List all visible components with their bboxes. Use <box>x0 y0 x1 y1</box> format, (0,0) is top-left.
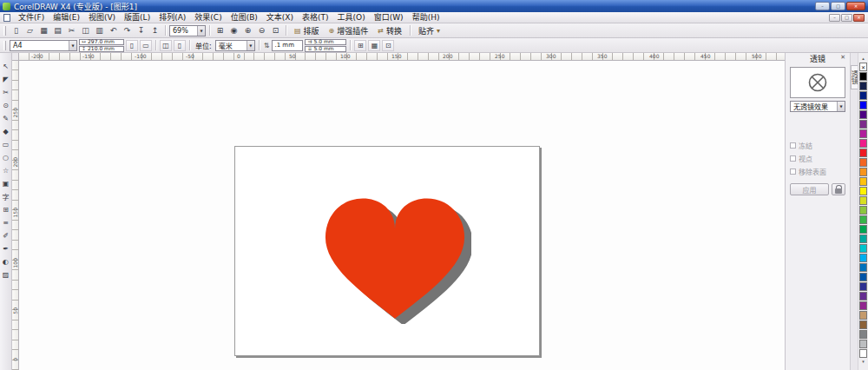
save-button[interactable]: ▦ <box>37 24 50 36</box>
corel-online-button[interactable]: ◉ <box>227 24 240 36</box>
print-button[interactable]: ▤ <box>51 24 64 36</box>
interactive-fill-tool[interactable]: ▨ <box>1 269 11 280</box>
color-swatch[interactable] <box>859 101 867 109</box>
color-swatch[interactable] <box>859 82 867 90</box>
color-swatch[interactable] <box>859 349 867 358</box>
fill-tool[interactable]: ◐ <box>1 256 11 267</box>
document-window-icon[interactable] <box>3 14 10 22</box>
menu-item[interactable]: 排列(A) <box>155 12 190 23</box>
document-close-button[interactable]: ✕ <box>853 14 865 22</box>
interactive-blend-tool[interactable]: ≡ <box>1 217 11 228</box>
toolbar-grip[interactable] <box>3 41 6 50</box>
menu-item[interactable]: 版面(L) <box>120 12 155 23</box>
ruler-origin-corner[interactable] <box>12 53 19 61</box>
heart-shape[interactable] <box>319 194 471 324</box>
color-swatch[interactable] <box>859 292 867 301</box>
color-swatch[interactable] <box>859 273 867 281</box>
import-button[interactable]: ↧ <box>135 24 148 36</box>
toolbar-grip[interactable] <box>3 26 6 36</box>
maximize-button[interactable]: □ <box>831 2 845 10</box>
duplicate-y-field[interactable]: ⇊ 5.0 mm <box>305 46 346 52</box>
all-pages-button[interactable]: ◫ <box>160 40 172 51</box>
menu-item[interactable]: 视图(V) <box>84 12 120 23</box>
crop-tool[interactable]: ✂ <box>1 87 11 97</box>
page[interactable] <box>234 146 540 356</box>
export-button[interactable]: ↥ <box>148 24 161 36</box>
polygon-tool[interactable]: ☆ <box>1 165 11 175</box>
menu-item[interactable]: 效果(C) <box>190 12 226 23</box>
vertical-ruler[interactable]: 250200150100500 <box>12 61 19 370</box>
lens-checkbox[interactable]: 视点 <box>790 153 845 163</box>
plugins-button[interactable]: ⊕ 增强插件 <box>325 24 373 37</box>
color-swatch[interactable] <box>859 215 867 224</box>
color-swatch[interactable] <box>859 254 867 262</box>
document-minimize-button[interactable]: – <box>829 14 840 22</box>
freehand-tool[interactable]: ✎ <box>1 113 11 123</box>
menu-item[interactable]: 文本(X) <box>262 12 298 23</box>
landscape-button[interactable]: ▭ <box>140 40 152 51</box>
zoom-in-button[interactable]: ⊕ <box>241 24 254 36</box>
color-swatch[interactable] <box>859 206 867 215</box>
lock-button[interactable] <box>832 183 845 195</box>
palette-scroll-down-icon[interactable]: ▾ <box>862 358 865 365</box>
color-swatch[interactable] <box>859 158 867 167</box>
units-combo[interactable]: 毫米 ▼ <box>215 40 255 51</box>
minimize-button[interactable]: – <box>815 2 830 10</box>
snap-to-guides-button[interactable]: ▦ <box>368 40 380 51</box>
color-swatch[interactable] <box>859 168 867 176</box>
color-swatch[interactable] <box>859 63 867 71</box>
copy-button[interactable]: ◫ <box>79 24 92 36</box>
duplicate-x-field[interactable]: ⇉ 5.0 mm <box>305 39 346 45</box>
color-swatch[interactable] <box>859 149 867 157</box>
color-swatch[interactable] <box>859 263 867 272</box>
convert-button[interactable]: ⇄ 转换 <box>373 24 406 37</box>
paper-width-field[interactable]: ↔ 297.0 mm <box>79 39 124 45</box>
layout-button[interactable]: ▤ 排版 <box>290 24 324 37</box>
menu-item[interactable]: 表格(T) <box>298 12 333 23</box>
color-swatch[interactable] <box>859 129 867 138</box>
color-swatch[interactable] <box>859 72 867 81</box>
color-swatch[interactable] <box>859 120 867 129</box>
color-swatch[interactable] <box>859 301 867 310</box>
current-page-button[interactable]: ▯ <box>174 40 186 51</box>
palette-scroll-up-icon[interactable]: ▴ <box>862 55 865 62</box>
snap-button[interactable]: 贴齐 ▾ <box>414 24 444 37</box>
table-tool[interactable]: ⊞ <box>1 204 11 215</box>
color-swatch[interactable] <box>859 311 867 320</box>
menu-item[interactable]: 编辑(E) <box>49 12 84 23</box>
color-swatch[interactable] <box>859 225 867 234</box>
menu-item[interactable]: 文件(F) <box>14 12 49 23</box>
color-swatch[interactable] <box>859 282 867 291</box>
app-launcher-button[interactable]: ⊞ <box>214 24 227 36</box>
portrait-button[interactable]: ▯ <box>126 40 138 51</box>
open-button[interactable]: ▱ <box>23 24 36 36</box>
color-swatch[interactable] <box>859 320 867 329</box>
zoom-out-button[interactable]: ⊖ <box>255 24 268 36</box>
outline-pen-tool[interactable]: ✒ <box>1 243 11 254</box>
color-swatch[interactable] <box>859 110 867 119</box>
docker-close-icon[interactable]: ✕ <box>840 55 845 61</box>
smart-fill-tool[interactable]: ◆ <box>1 126 11 136</box>
shape-tool[interactable]: ◤ <box>1 74 11 84</box>
rectangle-tool[interactable]: ▭ <box>1 139 11 149</box>
eyedropper-tool[interactable]: ✐ <box>1 230 11 241</box>
color-swatch[interactable] <box>859 196 867 205</box>
color-swatch[interactable] <box>859 244 867 253</box>
horizontal-ruler[interactable]: -200-150-100-500501001502002503003504004… <box>19 53 785 61</box>
color-swatch[interactable] <box>859 91 867 100</box>
menu-item[interactable]: 位图(B) <box>227 12 262 23</box>
paper-size-combo[interactable]: A4 ▼ <box>10 40 77 51</box>
zoom-tool[interactable]: ⊙ <box>1 100 11 110</box>
snap-to-objects-button[interactable]: ⊡ <box>382 40 394 51</box>
paste-button[interactable]: ▥ <box>93 24 106 36</box>
color-swatch[interactable] <box>859 330 867 339</box>
color-swatch[interactable] <box>859 177 867 186</box>
basic-shapes-tool[interactable]: ▣ <box>1 178 11 188</box>
redo-button[interactable]: ↷ <box>121 24 134 36</box>
zoom-fit-button[interactable]: ⊡ <box>269 24 282 36</box>
apply-button[interactable]: 应用 <box>790 183 829 195</box>
text-tool[interactable]: 字 <box>1 191 11 202</box>
color-swatch[interactable] <box>859 139 867 148</box>
lens-checkbox[interactable]: 冻结 <box>790 140 845 150</box>
cut-button[interactable]: ✂ <box>65 24 78 36</box>
